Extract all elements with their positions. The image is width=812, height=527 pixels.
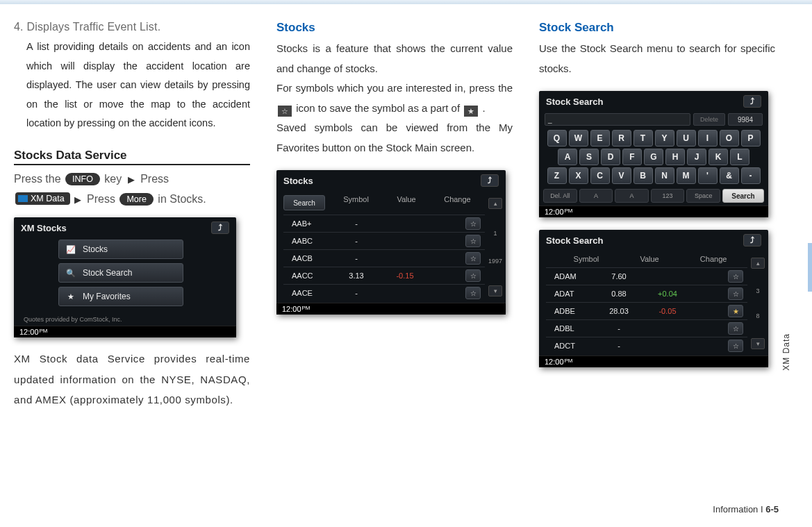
table-headers: Symbol Value Change <box>329 195 485 210</box>
table-row[interactable]: AACC3.13-0.15☆ <box>283 267 485 284</box>
pill-info: INFO <box>65 173 100 185</box>
menu-my-favorites[interactable]: ★My Favorites <box>58 287 183 306</box>
arrow-icon: ▶ <box>74 192 81 208</box>
table-row[interactable]: AABC-☆ <box>283 232 485 249</box>
favorite-star-icon[interactable]: ☆ <box>728 340 743 352</box>
keyboard-key[interactable]: G <box>644 149 663 165</box>
delete-button[interactable]: Delete <box>693 113 725 126</box>
favorite-star-icon[interactable]: ★ <box>728 305 743 317</box>
table-row[interactable]: AACB-☆ <box>283 249 485 267</box>
favorite-star-icon[interactable]: ☆ <box>465 287 481 299</box>
keyboard-mode-key[interactable]: 123 <box>651 189 685 203</box>
scroll-up-icon[interactable]: ▴ <box>751 258 765 269</box>
stocks-instructions: Press the INFO key ▶ Press XM Data▶ Pres… <box>14 169 250 210</box>
favorite-star-icon[interactable]: ☆ <box>728 287 743 300</box>
back-icon[interactable]: ⤴ <box>481 174 499 187</box>
favorite-star-icon[interactable]: ☆ <box>728 322 743 335</box>
star-icon: ☆ <box>278 106 292 117</box>
keyboard-key[interactable]: I <box>698 130 718 147</box>
table-row[interactable]: ADAT0.88+0.04☆ <box>546 285 747 302</box>
scroll-down-icon[interactable]: ▾ <box>751 338 765 349</box>
keyboard-key[interactable]: E <box>590 130 610 147</box>
keyboard-key[interactable]: ' <box>698 167 718 184</box>
keyboard-key[interactable]: D <box>601 149 620 165</box>
screenshot-stock-search-results: Stock Search ⤴ Symbol Value Change ADAM7… <box>539 230 768 367</box>
keyboard-key[interactable]: A <box>558 149 577 165</box>
keyboard-key[interactable]: T <box>633 130 653 147</box>
side-tab <box>797 236 812 299</box>
keyboard-key[interactable]: Y <box>655 130 674 147</box>
back-icon[interactable]: ⤴ <box>743 234 761 246</box>
keyboard-key[interactable]: V <box>612 167 631 184</box>
keyboard-key[interactable]: H <box>665 149 685 165</box>
page-footer: Information I 6-5 <box>713 504 779 515</box>
table-row[interactable]: ADCT-☆ <box>546 337 747 354</box>
search-input[interactable]: _ <box>545 113 690 126</box>
scroll-up-icon[interactable]: ▴ <box>488 198 502 209</box>
keyboard-key[interactable]: Z <box>547 167 567 184</box>
stocks-heading: Stocks <box>276 21 513 35</box>
keyboard-key[interactable]: O <box>720 130 739 147</box>
keyboard-key[interactable]: - <box>741 167 761 184</box>
menu-stocks[interactable]: 📈Stocks <box>58 240 183 259</box>
keyboard-key[interactable]: W <box>569 130 588 147</box>
menu-stock-search[interactable]: 🔍Stock Search <box>58 263 183 283</box>
table-row[interactable]: ADBE28.03-0.05★ <box>546 302 747 319</box>
scroll-indicator[interactable]: ▴ 3 8 ▾ <box>750 258 765 349</box>
pill-xm-data: XM Data <box>15 192 70 205</box>
keyboard-key[interactable]: U <box>677 130 696 147</box>
result-count: 9984 <box>728 113 763 126</box>
keyboard-key[interactable]: R <box>612 130 631 147</box>
keyboard-mode-key[interactable]: A <box>579 189 613 203</box>
keyboard-key[interactable]: M <box>677 167 696 184</box>
value-cell: 0.88 <box>595 290 643 298</box>
table-row[interactable]: ADAM7.60☆ <box>546 267 747 285</box>
keyboard-key[interactable]: X <box>569 167 588 184</box>
traffic-list-body: A list providing details on accidents an… <box>14 37 250 133</box>
keyboard-key[interactable]: N <box>655 167 674 184</box>
keyboard-mode-key[interactable]: A <box>615 189 649 203</box>
back-icon[interactable]: ⤴ <box>211 221 229 234</box>
keyboard-key[interactable]: F <box>622 149 642 165</box>
search-button[interactable]: Search <box>283 195 325 210</box>
keyboard-key[interactable]: L <box>730 149 749 165</box>
traffic-list-heading: 4. Displays Traffic Event List. <box>14 21 250 33</box>
keyboard-key[interactable]: & <box>720 167 739 184</box>
scroll-down-icon[interactable]: ▾ <box>488 285 502 296</box>
stocks-data-service-heading: Stocks Data Service <box>14 149 250 165</box>
back-icon[interactable]: ⤴ <box>743 95 761 108</box>
keyboard-key[interactable]: S <box>579 149 599 165</box>
clock: 12:00PM <box>14 326 236 337</box>
table-row[interactable]: AAB+-☆ <box>283 215 485 232</box>
scroll-indicator[interactable]: ▴ 1 1997 ▾ <box>488 198 503 296</box>
keyboard-key[interactable]: C <box>590 167 610 184</box>
star-icon: ★ <box>66 292 76 301</box>
value-cell: - <box>332 254 381 262</box>
graph-icon: 📈 <box>66 244 76 254</box>
star-icon: ★ <box>464 106 478 117</box>
keyboard-key[interactable]: K <box>709 149 728 165</box>
table-row[interactable]: AACE-☆ <box>283 284 485 301</box>
keyboard-search-button[interactable]: Search <box>722 189 764 203</box>
value-cell: - <box>595 342 643 350</box>
scr-title: Stock Search <box>546 235 603 246</box>
value-cell: 28.03 <box>595 307 643 315</box>
table-row[interactable]: ADBL-☆ <box>546 319 747 337</box>
favorite-star-icon[interactable]: ☆ <box>465 235 481 247</box>
keyboard-key[interactable]: B <box>633 167 653 184</box>
clock: 12:00PM <box>276 303 506 315</box>
value-cell: 7.60 <box>595 272 643 281</box>
favorite-star-icon[interactable]: ☆ <box>728 270 743 283</box>
favorite-star-icon[interactable]: ☆ <box>465 269 481 282</box>
symbol-cell: AABC <box>283 237 332 245</box>
keyboard-mode-key[interactable]: Del. All <box>543 189 577 203</box>
symbol-cell: AACB <box>283 254 332 262</box>
symbol-cell: AACC <box>283 271 332 280</box>
keyboard-key[interactable]: P <box>741 130 761 147</box>
column-3: Stock Search Use the Stock Search menu t… <box>539 21 775 410</box>
favorite-star-icon[interactable]: ☆ <box>465 217 481 230</box>
favorite-star-icon[interactable]: ☆ <box>465 252 481 265</box>
keyboard-key[interactable]: J <box>687 149 706 165</box>
keyboard-mode-key[interactable]: Space <box>686 189 720 203</box>
keyboard-key[interactable]: Q <box>547 130 567 147</box>
